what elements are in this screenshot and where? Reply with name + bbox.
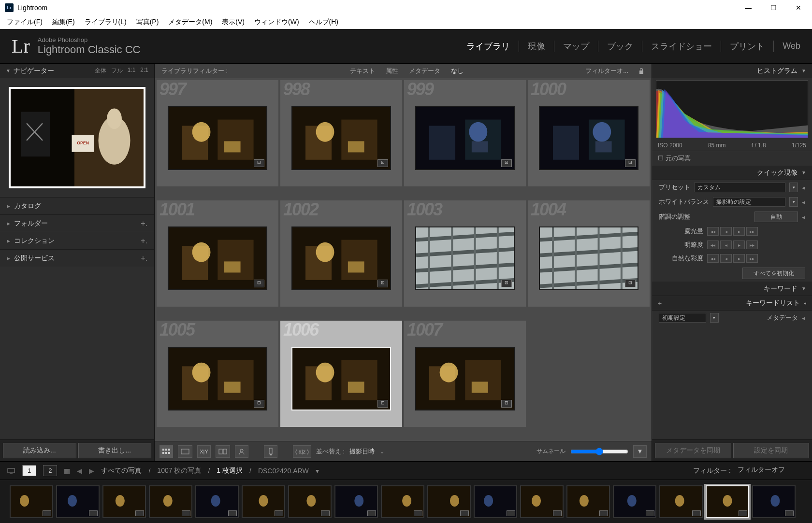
filmstrip-thumb[interactable] [149, 485, 192, 518]
lock-icon[interactable] [638, 68, 645, 74]
thumb-size-slider[interactable] [570, 448, 628, 455]
filmstrip-thumb[interactable] [752, 485, 796, 518]
auto-tone-button[interactable]: 自動 [754, 212, 798, 222]
module-tab[interactable]: 現像 [519, 41, 554, 52]
panel-section[interactable]: ▶コレクション+. [0, 232, 154, 249]
panel-section[interactable]: ▶公開サービス+. [0, 249, 154, 267]
filter-tab[interactable]: メタデータ [409, 67, 440, 75]
filter-tab[interactable]: テキスト [350, 67, 375, 75]
filter-preset[interactable]: フィルターオ... [585, 67, 628, 75]
painter-tool-button[interactable] [264, 445, 277, 458]
grid-cell[interactable]: 1005⊡ [157, 321, 278, 427]
filmstrip-thumb[interactable] [56, 485, 100, 518]
sort-direction-button[interactable]: ( a|z ) [293, 445, 311, 458]
menu-item[interactable]: ヘルプ(H) [304, 16, 343, 28]
window-2-button[interactable]: 2 [43, 465, 57, 476]
module-tab[interactable]: Web [774, 41, 800, 51]
zoom-level[interactable]: 2:1 [140, 67, 148, 75]
grid-cell[interactable]: 1000⊡ [528, 80, 650, 186]
toolbar-expand-button[interactable]: ▼ [633, 445, 647, 458]
filmstrip-thumb[interactable] [10, 485, 53, 518]
secondary-display-icon[interactable] [7, 467, 15, 475]
grid-nav-icon[interactable]: ▦ [64, 467, 70, 475]
quickdev-header[interactable]: クイック現像▼ [652, 166, 812, 180]
zoom-level[interactable]: 全体 [95, 67, 106, 75]
sync-settings-button[interactable]: 設定を同期 [733, 443, 810, 458]
histogram[interactable] [656, 80, 808, 138]
maximize-button[interactable]: ☐ [761, 0, 786, 15]
grid-cell[interactable]: 999⊡ [404, 80, 526, 186]
dropdown-icon[interactable]: ▾ [789, 197, 798, 207]
filmstrip-thumb[interactable] [659, 485, 703, 518]
filmstrip-thumb[interactable] [195, 485, 239, 518]
grid-cell[interactable]: 997⊡ [157, 80, 278, 186]
filter-tab[interactable]: 属性 [386, 67, 398, 75]
people-view-button[interactable] [235, 445, 248, 458]
filmstrip-thumb[interactable] [427, 485, 471, 518]
filmstrip-thumb[interactable] [102, 485, 146, 518]
histogram-header[interactable]: ヒストグラム ▼ [652, 64, 812, 78]
keyword-list-header[interactable]: + キーワードリスト◂ [652, 296, 812, 311]
preset-select[interactable]: カスタム [694, 183, 785, 192]
exposure-stepper[interactable]: ◂◂◂▸▸▸ [707, 227, 758, 236]
panel-section[interactable]: ▶フォルダー+. [0, 214, 154, 232]
window-1-button[interactable]: 1 [22, 465, 36, 476]
filter-tab[interactable]: なし [451, 67, 464, 75]
minimize-button[interactable]: — [736, 0, 761, 15]
next-photo-button[interactable]: ▶ [89, 467, 94, 475]
prev-photo-button[interactable]: ◀ [77, 467, 82, 475]
menu-item[interactable]: 写真(P) [131, 16, 164, 28]
dropdown-icon[interactable]: ▾ [789, 183, 798, 192]
menu-item[interactable]: 表示(V) [217, 16, 249, 28]
import-button[interactable]: 読み込み... [3, 443, 76, 458]
panel-section[interactable]: ▶カタログ [0, 197, 154, 214]
close-button[interactable]: ✕ [786, 0, 811, 15]
compare-view-button[interactable]: X|Y [197, 445, 211, 458]
filmstrip-thumb[interactable] [474, 485, 517, 518]
export-button[interactable]: 書き出し... [78, 443, 152, 458]
menu-item[interactable]: メタデータ(M) [163, 16, 217, 28]
loupe-view-button[interactable] [178, 445, 192, 458]
sort-value[interactable]: 撮影日時 [349, 447, 375, 456]
module-tab[interactable]: スライドショー [642, 41, 721, 52]
grid-view-button[interactable] [160, 445, 173, 458]
grid-cell[interactable]: 1002⊡ [280, 200, 402, 307]
filmstrip-thumb[interactable] [334, 485, 378, 518]
metadata-preset-select[interactable]: 初期設定 [659, 313, 706, 323]
wb-select[interactable]: 撮影時の設定 [713, 197, 785, 207]
thumbnail-grid[interactable]: 997⊡998⊡999⊡1000⊡1001⊡1002⊡1003⊡1004⊡100… [155, 78, 652, 441]
grid-cell[interactable]: 998⊡ [280, 80, 402, 186]
grid-cell[interactable]: 1001⊡ [157, 200, 278, 307]
clarity-stepper[interactable]: ◂◂◂▸▸▸ [707, 240, 758, 249]
collection-name[interactable]: すべての写真 [101, 466, 142, 475]
survey-view-button[interactable] [216, 445, 230, 458]
menu-item[interactable]: 編集(E) [47, 16, 80, 28]
histogram-original-row[interactable]: ☐ 元の写真 [652, 151, 812, 166]
menu-item[interactable]: ウィンドウ(W) [249, 16, 304, 28]
module-tab[interactable]: プリント [721, 41, 774, 52]
module-tab[interactable]: ライブラリ [458, 41, 519, 52]
zoom-level[interactable]: フル [111, 67, 123, 75]
grid-cell[interactable]: 1003⊡ [404, 200, 526, 307]
vibrance-stepper[interactable]: ◂◂◂▸▸▸ [707, 254, 758, 263]
module-tab[interactable]: ブック [598, 41, 642, 52]
reset-all-button[interactable]: すべてを初期化 [742, 268, 805, 279]
sync-metadata-button[interactable]: メタデータを同期 [655, 443, 731, 458]
menu-item[interactable]: ファイル(F) [2, 16, 47, 28]
filter-select[interactable]: フィルターオフ [738, 466, 805, 476]
filmstrip-thumb[interactable] [706, 485, 749, 518]
grid-cell[interactable]: 1004⊡ [528, 200, 650, 307]
filmstrip-thumb[interactable] [613, 485, 656, 518]
filmstrip[interactable] [0, 480, 812, 523]
navigator-header[interactable]: ▼ ナビゲーター 全体フル1:12:1 [0, 64, 154, 78]
menu-item[interactable]: ライブラリ(L) [80, 16, 131, 28]
filmstrip-thumb[interactable] [520, 485, 564, 518]
grid-cell[interactable]: 1006⊡ [280, 321, 402, 427]
filmstrip-thumb[interactable] [242, 485, 285, 518]
navigator-preview[interactable]: OPEN [9, 87, 145, 188]
zoom-level[interactable]: 1:1 [128, 67, 136, 75]
grid-cell[interactable]: 1007⊡ [404, 321, 526, 427]
filmstrip-thumb[interactable] [381, 485, 424, 518]
filmstrip-thumb[interactable] [288, 485, 332, 518]
keyword-header[interactable]: キーワード▼ [652, 282, 812, 296]
